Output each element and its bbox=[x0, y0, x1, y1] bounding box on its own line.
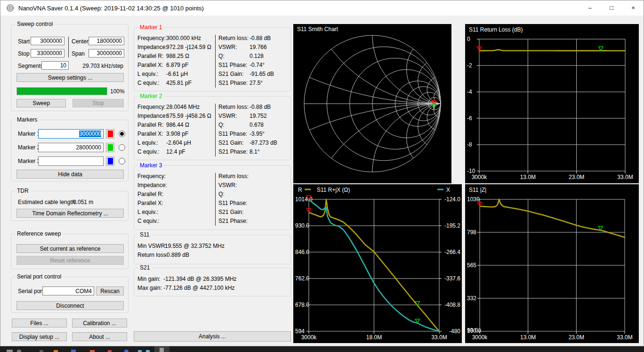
maximize-button[interactable]: □ bbox=[601, 0, 622, 16]
nanovna-saver-app: NanoVNA Saver 0.1.4 (Sweep: 2019-11-02 1… bbox=[0, 0, 644, 352]
info-value: -91.65 dB bbox=[250, 71, 274, 77]
search-icon[interactable] bbox=[17, 350, 21, 352]
marker3-input[interactable] bbox=[38, 156, 104, 166]
svg-text:S11 Smith Chart: S11 Smith Chart bbox=[297, 26, 338, 33]
info-row: S21 Gain: bbox=[218, 208, 289, 217]
active-app-icon bbox=[160, 348, 164, 352]
segments-label: Segments bbox=[18, 63, 43, 69]
return-loss-chart[interactable]: 0-2-4-6-8-103000k13.0M23.0M33.0MS11 Retu… bbox=[465, 24, 639, 183]
close-button[interactable]: × bbox=[622, 0, 644, 16]
info-row: S11 Phase:-0.74° bbox=[218, 61, 289, 70]
taskbar-icon[interactable] bbox=[146, 350, 150, 352]
files-button[interactable]: Files ... bbox=[12, 319, 67, 327]
marker1-radio[interactable] bbox=[119, 131, 125, 137]
marker2-input[interactable]: 28000000 bbox=[38, 143, 104, 152]
app-icon bbox=[7, 4, 14, 12]
center-input[interactable]: 18000000 bbox=[89, 37, 124, 45]
markers-title: Markers bbox=[15, 116, 39, 123]
marker3-color-swatch bbox=[108, 158, 113, 164]
info-label: C equiv.: bbox=[137, 80, 159, 86]
svg-text:S11 R+jX (Ω): S11 R+jX (Ω) bbox=[317, 187, 350, 193]
marker3-info-title: Marker 3 bbox=[138, 162, 164, 169]
info-row: Parallel X: bbox=[137, 199, 214, 208]
active-app-taskbar-button[interactable] bbox=[154, 346, 169, 352]
marker2-color-button[interactable] bbox=[106, 143, 114, 152]
rjx-chart[interactable]: 1014.0-124.0930.0-195.2846.0-266.4762.0-… bbox=[293, 184, 462, 343]
titlebar[interactable]: NanoVNA Saver 0.1.4 (Sweep: 2019-11-02 1… bbox=[0, 0, 644, 16]
s11-info-group: S11 Min VSWR:19.555 @ 32.3752 MHzReturn … bbox=[134, 235, 291, 264]
progress-percent: 100% bbox=[110, 88, 125, 95]
svg-text:565: 565 bbox=[467, 262, 476, 269]
info-label: S21 Phase: bbox=[218, 148, 248, 155]
info-row: Q:0.128 bbox=[218, 52, 289, 61]
info-value: -0.74° bbox=[250, 62, 265, 68]
taskbar[interactable] bbox=[0, 346, 644, 352]
tdr-group: TDR Estimated cable length: 0.051 m Time… bbox=[11, 191, 129, 221]
analysis-button[interactable]: Analysis ... bbox=[134, 331, 291, 342]
info-label: Min VSWR: bbox=[137, 243, 167, 249]
tdr-button[interactable]: Time Domain Reflectometry ... bbox=[16, 209, 124, 218]
svg-text:846.0: 846.0 bbox=[295, 249, 309, 255]
start-button-icon[interactable] bbox=[7, 350, 13, 352]
svg-text:594: 594 bbox=[295, 328, 305, 335]
svg-text:-6: -6 bbox=[467, 115, 472, 122]
sweep-button[interactable]: Sweep bbox=[16, 99, 66, 107]
info-label: Impedance: bbox=[137, 182, 167, 188]
display-setup-button[interactable]: Display setup ... bbox=[12, 332, 67, 341]
stop-label: Stop bbox=[18, 50, 30, 57]
marker3-color-button[interactable] bbox=[106, 156, 114, 166]
taskbar-icon[interactable] bbox=[71, 350, 76, 352]
smith-chart[interactable]: S11 Smith Chart bbox=[293, 24, 451, 183]
svg-text:13.0M: 13.0M bbox=[520, 174, 536, 180]
segments-input[interactable]: 10 bbox=[41, 61, 69, 70]
svg-text:-266.4: -266.4 bbox=[444, 249, 460, 255]
info-row: Return loss:-0.889 dB bbox=[137, 251, 288, 260]
info-label: S11 Phase: bbox=[218, 131, 247, 137]
z-magnitude-chart[interactable]: 1030798565332100.099.03000k13.0M23.0M33.… bbox=[465, 184, 639, 343]
marker1-input[interactable]: 3000000 bbox=[38, 129, 104, 139]
info-label: S21 Phase: bbox=[218, 80, 248, 86]
svg-text:X: X bbox=[446, 187, 450, 193]
marker2-radio[interactable] bbox=[119, 144, 125, 151]
marker1-color-button[interactable] bbox=[106, 129, 114, 139]
marker2-label: Marker 2 bbox=[18, 144, 40, 151]
serial-port-input[interactable]: COM4 bbox=[42, 287, 94, 295]
taskbar-icon[interactable] bbox=[90, 350, 95, 352]
info-row: Impedance: bbox=[137, 181, 214, 190]
s21-info-rows: Min gain:-121.394 dB @ 26.3395 MHzMax ga… bbox=[137, 275, 288, 293]
start-input[interactable]: 3000000 bbox=[31, 37, 64, 45]
rescan-button[interactable]: Rescan bbox=[96, 287, 124, 295]
svg-text:S11 Return Loss (dB): S11 Return Loss (dB) bbox=[469, 26, 523, 33]
stop-value: 33000000 bbox=[37, 50, 62, 57]
serial-port-value: COM4 bbox=[75, 288, 92, 295]
info-row: S21 Phase:8.1° bbox=[218, 147, 289, 156]
taskbar-icon[interactable] bbox=[138, 350, 142, 352]
hide-data-button[interactable]: Hide data bbox=[16, 170, 124, 179]
info-label: Frequency: bbox=[137, 173, 166, 180]
info-row: S11 Phase: bbox=[218, 199, 289, 208]
about-button[interactable]: About ... bbox=[72, 332, 127, 341]
disconnect-button[interactable]: Disconnect bbox=[16, 301, 124, 310]
set-reference-button[interactable]: Set current as reference bbox=[16, 244, 124, 253]
taskbar-icon[interactable] bbox=[54, 350, 58, 352]
taskbar-icon[interactable] bbox=[108, 350, 112, 352]
calibration-button[interactable]: Calibration ... bbox=[72, 319, 127, 327]
info-label: Parallel R: bbox=[137, 53, 163, 59]
span-input[interactable]: 30000000 bbox=[89, 49, 124, 57]
info-label: Min gain: bbox=[137, 276, 161, 282]
svg-text:23.0M: 23.0M bbox=[569, 174, 584, 180]
info-row: S21 Gain:-91.65 dB bbox=[218, 70, 289, 79]
taskbar-icon[interactable] bbox=[124, 350, 129, 352]
svg-text:798: 798 bbox=[467, 229, 476, 236]
sweep-settings-button[interactable]: Sweep settings ... bbox=[16, 73, 124, 82]
info-value: 3000.000 kHz bbox=[166, 35, 201, 41]
taskbar-icon[interactable] bbox=[40, 350, 43, 352]
marker1-label: Marker 1 bbox=[18, 131, 40, 137]
minimize-button[interactable]: – bbox=[579, 0, 601, 16]
info-label: Q: bbox=[218, 191, 225, 197]
s21-info-group: S21 Min gain:-121.394 dB @ 26.3395 MHzMa… bbox=[134, 268, 291, 296]
info-row: Return loss:-0.88 dB bbox=[218, 103, 289, 112]
stop-input[interactable]: 33000000 bbox=[31, 49, 64, 57]
cable-length-value: 0.051 m bbox=[73, 199, 93, 205]
marker3-radio[interactable] bbox=[119, 158, 125, 164]
